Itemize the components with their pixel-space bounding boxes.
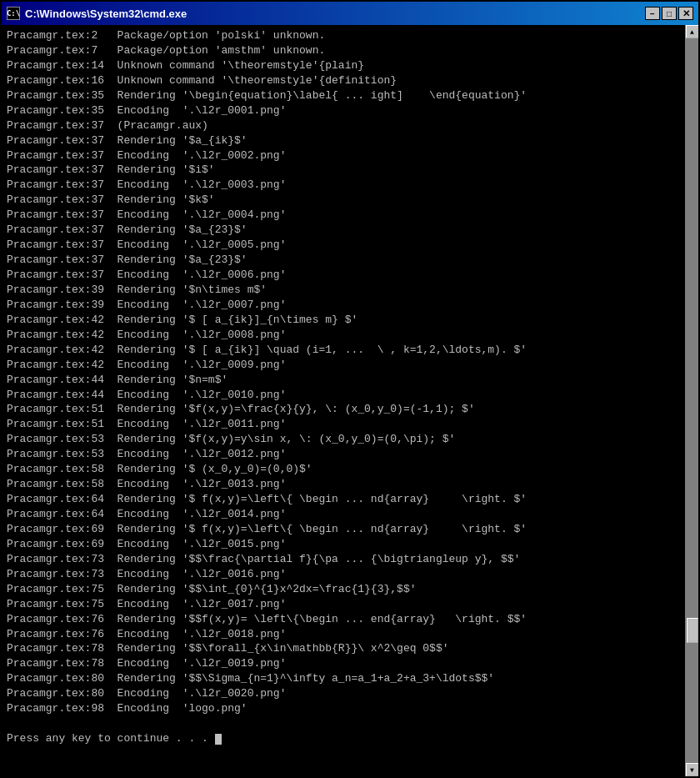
scroll-down-arrow[interactable]: ▼ [686, 763, 699, 776]
scrollbar-track-area [686, 38, 698, 763]
titlebar-left: C:\ C:\Windows\System32\cmd.exe [7, 7, 187, 20]
cmd-window: C:\ C:\Windows\System32\cmd.exe − □ ✕ Pr… [0, 0, 700, 778]
close-button[interactable]: ✕ [678, 7, 693, 20]
window-title: C:\Windows\System32\cmd.exe [25, 8, 187, 20]
window-icon: C:\ [7, 7, 20, 20]
scrollbar[interactable]: ▲ ▼ [685, 25, 698, 776]
console-wrapper: Pracamgr.tex:2 Package/option 'polski' u… [2, 25, 698, 776]
window-icon-label: C:\ [7, 9, 20, 18]
maximize-button[interactable]: □ [662, 7, 677, 20]
cursor-blink [215, 734, 222, 745]
minimize-button[interactable]: − [645, 7, 660, 20]
titlebar-buttons: − □ ✕ [645, 7, 693, 20]
scrollbar-thumb[interactable] [687, 618, 698, 643]
scroll-up-arrow[interactable]: ▲ [686, 25, 699, 38]
console-output[interactable]: Pracamgr.tex:2 Package/option 'polski' u… [2, 25, 685, 776]
titlebar: C:\ C:\Windows\System32\cmd.exe − □ ✕ [2, 2, 698, 25]
